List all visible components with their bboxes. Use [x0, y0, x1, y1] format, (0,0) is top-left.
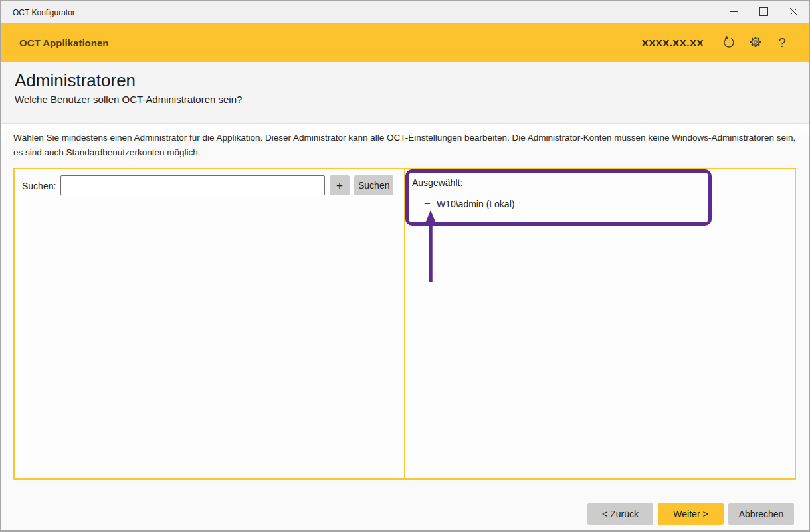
page-description: Wählen Sie mindestens einen Administrato…: [13, 131, 797, 160]
page-subtitle: Welche Benutzer sollen OCT-Administrator…: [15, 94, 242, 105]
minimize-icon: [730, 7, 738, 18]
version-label: XXXX.XX.XX: [642, 37, 704, 48]
app-window: OCT Konfigurator OCT Applikationen X: [0, 0, 810, 532]
search-label: Suchen:: [22, 181, 56, 191]
refresh-button[interactable]: [716, 29, 742, 56]
app-header: OCT Applikationen XXXX.XX.XX: [1, 23, 809, 62]
remove-user-button[interactable]: −: [424, 197, 431, 211]
refresh-icon: [721, 34, 737, 52]
selected-user-label: W10\admin (Lokal): [437, 199, 515, 209]
titlebar: OCT Konfigurator: [1, 1, 809, 23]
app-header-actions: XXXX.XX.XX: [642, 29, 809, 56]
help-button[interactable]: ?: [769, 29, 795, 56]
settings-button[interactable]: [742, 29, 769, 56]
cancel-button[interactable]: Abbrechen: [728, 503, 794, 525]
content-area: Wählen Sie mindestens einen Administrato…: [1, 124, 809, 530]
minus-icon: −: [424, 197, 431, 210]
maximize-button[interactable]: [749, 1, 779, 23]
close-button[interactable]: [779, 1, 809, 23]
app-header-title: OCT Applikationen: [1, 37, 108, 48]
page-heading-section: Administratoren Welche Benutzer sollen O…: [1, 62, 809, 124]
search-input[interactable]: [60, 175, 325, 195]
annotation-arrow: [417, 208, 444, 286]
help-icon: ?: [778, 35, 785, 50]
administrators-panel: Suchen: + Suchen Ausgewählt: − W10\admin…: [13, 168, 796, 480]
selected-label: Ausgewählt:: [412, 177, 462, 188]
add-user-button[interactable]: +: [330, 175, 350, 195]
plus-icon: +: [336, 179, 343, 192]
panel-divider: [404, 169, 405, 478]
minimize-button[interactable]: [719, 1, 749, 23]
window-title: OCT Konfigurator: [1, 8, 75, 17]
maximize-icon: [759, 7, 768, 18]
next-button[interactable]: Weiter >: [658, 503, 724, 525]
gear-icon: [748, 34, 763, 52]
window-controls: [719, 1, 809, 23]
page-title: Administratoren: [15, 70, 136, 91]
search-button[interactable]: Suchen: [354, 175, 393, 195]
back-button[interactable]: < Zurück: [587, 503, 653, 525]
close-icon: [789, 7, 798, 18]
selected-user-row[interactable]: − W10\admin (Lokal): [424, 197, 514, 211]
